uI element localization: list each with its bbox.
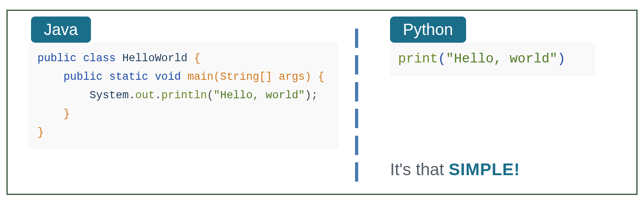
java-badge: Java	[31, 17, 91, 43]
code-token: public	[37, 52, 76, 64]
python-code-block: print("Hello, world")	[390, 42, 595, 76]
code-token: }	[37, 126, 44, 139]
code-token: class	[76, 52, 122, 64]
code-token: println	[161, 89, 207, 101]
tagline: It's that SIMPLE!	[390, 160, 520, 179]
code-token: HelloWorld	[122, 52, 188, 64]
code-token: print	[398, 52, 438, 66]
code-token: .	[155, 89, 161, 101]
python-badge: Python	[390, 17, 466, 43]
code-token: (	[438, 52, 446, 66]
tagline-prefix: It's that	[390, 160, 449, 179]
code-token: .	[129, 89, 135, 101]
code-token: {	[188, 52, 200, 64]
code-token: public	[37, 71, 103, 83]
python-panel: Python print("Hello, world") It's that S…	[373, 11, 631, 194]
code-token: );	[305, 89, 318, 101]
java-panel: Java public class HelloWorld { public st…	[8, 11, 344, 194]
tagline-emphasis: SIMPLE!	[449, 160, 520, 179]
code-token: void	[155, 71, 181, 83]
code-token: "Hello, world"	[446, 52, 557, 66]
code-token: (	[207, 89, 213, 101]
code-token: System	[37, 89, 129, 101]
comparison-frame: Java public class HelloWorld { public st…	[6, 10, 638, 195]
code-token: "Hello, world"	[213, 89, 305, 101]
code-token: )	[557, 52, 566, 66]
java-code-block: public class HelloWorld { public static …	[29, 42, 339, 149]
code-token: static	[103, 71, 155, 83]
vertical-divider	[355, 29, 358, 182]
code-token: main(String[] args) {	[181, 71, 324, 83]
code-token: out	[135, 89, 155, 101]
code-token: }	[37, 108, 70, 120]
